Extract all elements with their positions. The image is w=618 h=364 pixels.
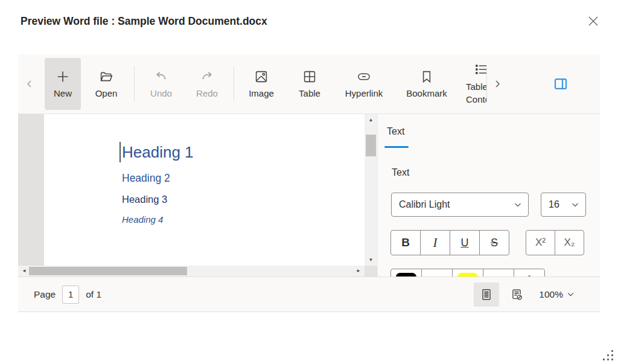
single-page-view-button[interactable] [474,283,499,307]
close-x-glyph [587,15,599,27]
hyperlink-button[interactable]: Hyperlink [338,58,390,110]
dialog-title: Preview Word file : Sample Word Document… [21,15,267,28]
bookmark-label: Bookmark [406,88,447,98]
bold-button[interactable]: B [390,230,421,255]
new-button[interactable]: New [45,58,81,110]
redo-icon [200,69,214,84]
table-button[interactable]: Table [290,58,330,110]
split-panel-icon [553,77,568,91]
undo-button[interactable]: Undo [142,58,180,110]
font-size-select[interactable]: 16 [541,193,586,217]
text-section-label: Text [392,167,409,178]
active-tab-underline [384,146,409,148]
document-heading-1: Heading 1 [122,143,365,162]
page-count-label: of 1 [86,289,101,300]
plus-icon [56,69,70,84]
document-page[interactable]: Heading 1 Heading 2 Heading 3 Heading 4 [44,114,365,266]
font-color-button[interactable] [390,269,422,276]
hyperlink-icon [357,69,371,84]
font-color-picker-button[interactable] [421,269,453,276]
toolbar-scroll-left-icon[interactable] [18,58,41,110]
bookmark-icon [419,69,434,84]
table-of-contents-button[interactable]: Table of Contents [462,58,486,110]
superscript-button[interactable]: X² [526,230,555,255]
highlight-color-button[interactable] [452,269,483,276]
zoom-value: 100% [539,289,563,300]
text-cursor [119,142,121,162]
highlight-color-picker-button[interactable] [483,269,514,276]
collapse-section-button[interactable]: ⌃ [514,269,545,276]
scrollbar-corner [365,266,377,276]
table-of-contents-icon [474,62,486,77]
undo-icon [154,69,168,84]
chevron-down-icon [571,200,579,209]
toolbar-scroll-right-icon[interactable] [488,58,506,110]
no-pagination-view-button[interactable] [504,283,529,307]
scroll-down-icon[interactable]: ▼ [365,255,377,265]
open-label: Open [95,88,118,98]
document-heading-4: Heading 4 [122,214,365,225]
editor-content: Heading 1 Heading 2 Heading 3 Heading 4 … [18,113,600,276]
table-of-contents-label: Table of Contents [466,81,486,106]
color-button-row: ⌃ [390,269,545,276]
chevron-down-icon [567,290,575,298]
redo-label: Redo [196,88,218,98]
bookmark-button[interactable]: Bookmark [398,58,455,110]
font-family-value: Calibri Light [399,199,450,210]
view-controls: 100% [474,283,575,307]
strikethrough-button[interactable]: S [479,230,509,255]
table-icon [302,69,317,84]
word-preview-editor: New Open Undo Redo Image Table Hyperlink [18,54,600,312]
tab-text[interactable]: Text [387,126,404,137]
italic-button[interactable]: I [420,230,450,255]
scroll-left-icon[interactable]: ◄ [19,266,29,276]
open-button[interactable]: Open [86,58,127,110]
zoom-dropdown[interactable]: 100% [539,289,575,300]
hyperlink-label: Hyperlink [345,88,383,98]
redo-button[interactable]: Redo [188,58,226,110]
formatting-side-panel: Text Text Calibri Light 16 B I U S X² X₂ [377,114,600,276]
vertical-scrollbar[interactable]: ▲ ▼ [365,114,377,266]
vertical-scroll-thumb[interactable] [366,135,376,156]
close-icon[interactable] [585,13,601,29]
chevron-down-icon [514,200,522,209]
scroll-up-icon[interactable]: ▲ [365,115,377,125]
page-view-icon [480,288,493,301]
status-bar: Page of 1 100% [18,276,600,312]
toolbar-divider [234,66,234,101]
horizontal-scroll-thumb[interactable] [29,267,187,275]
toolbar-divider [134,66,135,101]
image-button[interactable]: Image [241,58,281,110]
scroll-right-icon[interactable]: ► [354,266,363,276]
document-viewport: Heading 1 Heading 2 Heading 3 Heading 4 … [18,114,377,276]
document-margin-gutter [18,114,44,266]
script-button-group: X² X₂ [526,230,584,255]
page-blocked-icon [510,288,523,301]
horizontal-scrollbar[interactable]: ◄ ► [18,266,377,276]
new-label: New [54,88,72,98]
folder-open-icon [99,69,113,84]
font-style-button-group: B I U S [390,230,509,255]
toolbar-divider [486,66,487,101]
ribbon-toolbar: New Open Undo Redo Image Table Hyperlink [18,54,600,113]
subscript-button[interactable]: X₂ [555,230,584,255]
page-label: Page [34,289,56,300]
underline-button[interactable]: U [450,230,480,255]
undo-label: Undo [150,88,172,98]
resize-grip[interactable] [603,350,613,360]
image-icon [254,69,269,84]
image-label: Image [249,88,274,98]
page-number-input[interactable] [62,286,79,304]
document-heading-2: Heading 2 [122,172,365,185]
font-family-select[interactable]: Calibri Light [391,193,529,217]
side-panel-toggle-button[interactable] [547,66,575,102]
font-size-value: 16 [549,199,559,210]
document-heading-3: Heading 3 [122,194,365,205]
table-label: Table [299,88,320,98]
